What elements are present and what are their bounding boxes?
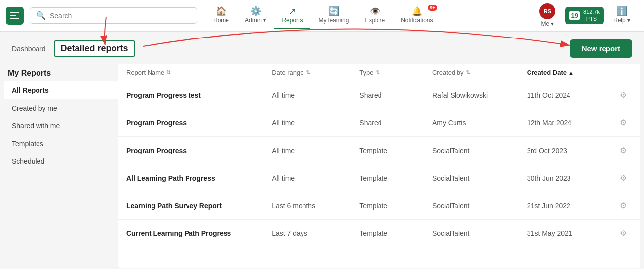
nav-item-explore[interactable]: 👁️ Explore xyxy=(357,3,393,29)
cell-created-date: 31st May 2021 xyxy=(527,230,614,237)
row-settings-button[interactable]: ⚙ xyxy=(614,199,632,212)
reports-icon: ↗ xyxy=(289,7,296,16)
reports-table: Report Name ⇅ Date range ⇅ Type ⇅ Create… xyxy=(118,64,640,268)
cell-created-by: SocialTalent xyxy=(432,174,527,182)
help-icon: ℹ️ xyxy=(616,7,627,16)
cell-created-date: 3rd Oct 2023 xyxy=(527,147,614,154)
nav-label-me: Me ▾ xyxy=(541,20,554,27)
cell-created-by: SocialTalent xyxy=(432,147,527,154)
cell-created-by: Amy Curtis xyxy=(432,119,527,127)
nav-item-my-learning[interactable]: 🔄 My learning xyxy=(310,3,357,29)
nav-label-reports: Reports xyxy=(282,17,303,24)
cell-type: Template xyxy=(359,230,432,237)
nav-label-explore: Explore xyxy=(365,17,385,24)
search-icon: 🔍 xyxy=(36,11,46,20)
nav-label-my-learning: My learning xyxy=(318,17,349,24)
nav-label-admin: Admin ▾ xyxy=(245,17,266,24)
nav-item-notifications[interactable]: 🔔 9+ Notifications xyxy=(393,3,441,29)
search-box[interactable]: 🔍 xyxy=(30,7,197,24)
cell-type: Template xyxy=(359,202,432,210)
avatar: RS xyxy=(539,3,555,19)
col-header-actions xyxy=(614,69,632,76)
nav-item-admin[interactable]: ⚙️ Admin ▾ xyxy=(237,3,274,29)
sidebar-item-all-reports[interactable]: All Reports xyxy=(4,81,118,99)
sidebar-label-shared-with-me: Shared with me xyxy=(12,122,60,130)
nav-item-help[interactable]: ℹ️ Help ▾ xyxy=(606,3,638,29)
new-report-button[interactable]: New report xyxy=(570,39,632,58)
nav-label-help: Help ▾ xyxy=(613,17,630,24)
col-header-created-by[interactable]: Created by ⇅ xyxy=(432,69,527,76)
sidebar-label-templates: Templates xyxy=(12,140,43,148)
cell-date-range: All time xyxy=(272,119,359,127)
cell-type: Shared xyxy=(359,91,432,99)
row-settings-button[interactable]: ⚙ xyxy=(614,227,632,240)
cell-created-by: SocialTalent xyxy=(432,230,527,237)
sidebar-label-scheduled: Scheduled xyxy=(12,157,44,165)
sidebar: My Reports All Reports Created by me Sha… xyxy=(0,64,118,269)
table-body: Program Progress test All time Shared Ra… xyxy=(118,81,640,247)
main-layout: My Reports All Reports Created by me Sha… xyxy=(0,64,644,269)
col-header-type[interactable]: Type ⇅ xyxy=(359,69,432,76)
cell-report-name: Current Learning Path Progress xyxy=(126,230,272,237)
table-row: Learning Path Survey Report Last 6 month… xyxy=(118,192,640,220)
sidebar-item-shared-with-me[interactable]: Shared with me xyxy=(4,117,118,135)
sub-header: Dashboard Detailed reports New report xyxy=(0,32,644,64)
cell-type: Template xyxy=(359,174,432,182)
notifications-icon: 🔔 xyxy=(412,7,422,16)
col-header-created-date[interactable]: Created Date ▲ xyxy=(527,69,614,76)
notification-badge: 9+ xyxy=(428,5,437,11)
nav-item-me[interactable]: RS Me ▾ xyxy=(531,0,563,32)
sidebar-item-templates[interactable]: Templates xyxy=(4,135,118,153)
logo-icon xyxy=(10,12,19,19)
table-header: Report Name ⇅ Date range ⇅ Type ⇅ Create… xyxy=(118,64,640,81)
cell-report-name: All Learning Path Progress xyxy=(126,174,272,182)
my-learning-icon: 🔄 xyxy=(328,7,339,16)
col-header-date-range[interactable]: Date range ⇅ xyxy=(272,69,359,76)
sort-icon-report-name: ⇅ xyxy=(166,69,171,76)
cell-type: Template xyxy=(359,147,432,154)
row-settings-button[interactable]: ⚙ xyxy=(614,116,632,129)
cell-created-date: 12th Mar 2024 xyxy=(527,119,614,127)
table-row: Program Progress All time Template Socia… xyxy=(118,137,640,164)
sidebar-item-scheduled[interactable]: Scheduled xyxy=(4,153,118,170)
row-settings-button[interactable]: ⚙ xyxy=(614,144,632,157)
cell-created-by: SocialTalent xyxy=(432,202,527,210)
cell-type: Shared xyxy=(359,119,432,127)
table-row: Current Learning Path Progress Last 7 da… xyxy=(118,220,640,247)
top-nav: 🔍 🏠 Home ⚙️ Admin ▾ ↗ Reports 🔄 My learn… xyxy=(0,0,644,32)
row-settings-button[interactable]: ⚙ xyxy=(614,171,632,185)
sidebar-label-created-by-me: Created by me xyxy=(12,104,57,112)
pts-badge: 19 812.7k PTS xyxy=(565,7,604,24)
cell-created-date: 21st Jun 2022 xyxy=(527,202,614,210)
sort-icon-created-by: ⇅ xyxy=(466,69,470,76)
table-row: All Learning Path Progress All time Temp… xyxy=(118,164,640,192)
admin-icon: ⚙️ xyxy=(250,7,261,16)
sort-icon-date-range: ⇅ xyxy=(306,69,310,76)
page-title: Detailed reports xyxy=(54,40,135,57)
nav-items: 🏠 Home ⚙️ Admin ▾ ↗ Reports 🔄 My learnin… xyxy=(205,3,530,29)
cell-date-range: All time xyxy=(272,174,359,182)
logo[interactable] xyxy=(6,7,24,25)
breadcrumb[interactable]: Dashboard xyxy=(12,45,46,53)
home-icon: 🏠 xyxy=(216,7,227,16)
nav-item-reports[interactable]: ↗ Reports xyxy=(274,3,310,29)
table-row: Program Progress All time Shared Amy Cur… xyxy=(118,109,640,137)
explore-icon: 👁️ xyxy=(370,7,380,16)
cell-date-range: All time xyxy=(272,91,359,99)
cell-report-name: Program Progress test xyxy=(126,91,272,99)
sort-icon-type: ⇅ xyxy=(376,69,380,76)
cell-report-name: Program Progress xyxy=(126,119,272,127)
cell-date-range: Last 6 months xyxy=(272,202,359,210)
nav-item-home[interactable]: 🏠 Home xyxy=(205,3,237,29)
nav-right: RS Me ▾ 19 812.7k PTS ℹ️ Help ▾ xyxy=(531,0,638,32)
sidebar-section-title: My Reports xyxy=(4,64,118,81)
cell-report-name: Program Progress xyxy=(126,147,272,154)
pts-number: 19 xyxy=(569,11,580,20)
table-row: Program Progress test All time Shared Ra… xyxy=(118,81,640,109)
row-settings-button[interactable]: ⚙ xyxy=(614,88,632,102)
search-input[interactable] xyxy=(50,12,191,20)
sidebar-item-created-by-me[interactable]: Created by me xyxy=(4,99,118,117)
cell-created-date: 30th Jun 2023 xyxy=(527,174,614,182)
pts-text: 812.7k PTS xyxy=(583,9,600,22)
col-header-report-name[interactable]: Report Name ⇅ xyxy=(126,69,272,76)
